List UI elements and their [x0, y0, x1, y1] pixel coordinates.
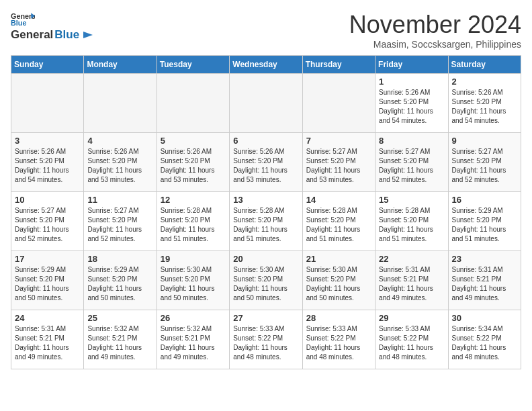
calendar-cell: 12Sunrise: 5:28 AM Sunset: 5:20 PM Dayli…: [157, 192, 229, 251]
calendar-cell: 18Sunrise: 5:29 AM Sunset: 5:20 PM Dayli…: [84, 251, 157, 310]
day-info: Sunrise: 5:26 AM Sunset: 5:20 PM Dayligh…: [15, 147, 80, 185]
weekday-header-tuesday: Tuesday: [157, 56, 229, 74]
day-number: 13: [233, 195, 298, 205]
day-info: Sunrise: 5:26 AM Sunset: 5:20 PM Dayligh…: [452, 88, 517, 126]
calendar-cell: 16Sunrise: 5:29 AM Sunset: 5:20 PM Dayli…: [448, 192, 521, 251]
calendar-cell: 1Sunrise: 5:26 AM Sunset: 5:20 PM Daylig…: [375, 74, 448, 133]
day-info: Sunrise: 5:28 AM Sunset: 5:20 PM Dayligh…: [379, 206, 444, 244]
logo-arrow-icon: [81, 29, 93, 41]
day-info: Sunrise: 5:29 AM Sunset: 5:20 PM Dayligh…: [15, 265, 80, 303]
day-info: Sunrise: 5:33 AM Sunset: 5:22 PM Dayligh…: [306, 324, 371, 362]
week-row-3: 10Sunrise: 5:27 AM Sunset: 5:20 PM Dayli…: [11, 192, 521, 251]
calendar-cell: [230, 74, 302, 133]
week-row-4: 17Sunrise: 5:29 AM Sunset: 5:20 PM Dayli…: [11, 251, 521, 310]
day-info: Sunrise: 5:31 AM Sunset: 5:21 PM Dayligh…: [379, 265, 444, 303]
day-info: Sunrise: 5:29 AM Sunset: 5:20 PM Dayligh…: [87, 265, 152, 303]
calendar-cell: 7Sunrise: 5:27 AM Sunset: 5:20 PM Daylig…: [302, 133, 375, 192]
day-number: 3: [15, 136, 80, 146]
calendar-cell: 25Sunrise: 5:32 AM Sunset: 5:21 PM Dayli…: [84, 310, 157, 369]
day-number: 4: [87, 136, 152, 146]
calendar-cell: 26Sunrise: 5:32 AM Sunset: 5:21 PM Dayli…: [157, 310, 229, 369]
day-info: Sunrise: 5:28 AM Sunset: 5:20 PM Dayligh…: [233, 206, 298, 244]
day-number: 17: [15, 254, 80, 264]
day-number: 14: [306, 195, 371, 205]
day-number: 15: [379, 195, 444, 205]
day-info: Sunrise: 5:28 AM Sunset: 5:20 PM Dayligh…: [306, 206, 371, 244]
day-number: 22: [379, 254, 444, 264]
calendar-cell: 27Sunrise: 5:33 AM Sunset: 5:22 PM Dayli…: [230, 310, 302, 369]
day-number: 26: [161, 313, 226, 323]
day-number: 24: [15, 313, 80, 323]
day-number: 27: [233, 313, 298, 323]
day-number: 23: [452, 254, 517, 264]
week-row-5: 24Sunrise: 5:31 AM Sunset: 5:21 PM Dayli…: [11, 310, 521, 369]
month-title: November 2024: [349, 11, 521, 39]
calendar-cell: [84, 74, 157, 133]
day-info: Sunrise: 5:30 AM Sunset: 5:20 PM Dayligh…: [161, 265, 226, 303]
calendar-cell: 19Sunrise: 5:30 AM Sunset: 5:20 PM Dayli…: [157, 251, 229, 310]
location: Maasim, Soccsksargen, Philippines: [349, 39, 521, 50]
calendar-table: SundayMondayTuesdayWednesdayThursdayFrid…: [11, 55, 521, 369]
weekday-header-thursday: Thursday: [302, 56, 375, 74]
day-number: 29: [379, 313, 444, 323]
day-info: Sunrise: 5:33 AM Sunset: 5:22 PM Dayligh…: [233, 324, 298, 362]
calendar-cell: 21Sunrise: 5:30 AM Sunset: 5:20 PM Dayli…: [302, 251, 375, 310]
calendar-cell: 22Sunrise: 5:31 AM Sunset: 5:21 PM Dayli…: [375, 251, 448, 310]
day-number: 5: [161, 136, 226, 146]
calendar-cell: 30Sunrise: 5:34 AM Sunset: 5:22 PM Dayli…: [448, 310, 521, 369]
calendar-cell: [157, 74, 229, 133]
day-number: 16: [452, 195, 517, 205]
weekday-header-row: SundayMondayTuesdayWednesdayThursdayFrid…: [11, 56, 521, 74]
day-info: Sunrise: 5:34 AM Sunset: 5:22 PM Dayligh…: [452, 324, 517, 362]
title-section: November 2024 Maasim, Soccsksargen, Phil…: [349, 11, 521, 50]
day-info: Sunrise: 5:28 AM Sunset: 5:20 PM Dayligh…: [161, 206, 226, 244]
day-info: Sunrise: 5:27 AM Sunset: 5:20 PM Dayligh…: [15, 206, 80, 244]
weekday-header-sunday: Sunday: [11, 56, 84, 74]
calendar-cell: 8Sunrise: 5:27 AM Sunset: 5:20 PM Daylig…: [375, 133, 448, 192]
day-number: 1: [379, 77, 444, 87]
week-row-1: 1Sunrise: 5:26 AM Sunset: 5:20 PM Daylig…: [11, 74, 521, 133]
day-number: 28: [306, 313, 371, 323]
calendar-cell: 28Sunrise: 5:33 AM Sunset: 5:22 PM Dayli…: [302, 310, 375, 369]
day-info: Sunrise: 5:31 AM Sunset: 5:21 PM Dayligh…: [452, 265, 517, 303]
day-info: Sunrise: 5:26 AM Sunset: 5:20 PM Dayligh…: [379, 88, 444, 126]
day-info: Sunrise: 5:27 AM Sunset: 5:20 PM Dayligh…: [306, 147, 371, 185]
day-info: Sunrise: 5:26 AM Sunset: 5:20 PM Dayligh…: [161, 147, 226, 185]
calendar-cell: 10Sunrise: 5:27 AM Sunset: 5:20 PM Dayli…: [11, 192, 84, 251]
day-number: 10: [15, 195, 80, 205]
page-header: General Blue General Blue November 2024 …: [11, 11, 521, 50]
day-number: 12: [161, 195, 226, 205]
calendar-cell: 15Sunrise: 5:28 AM Sunset: 5:20 PM Dayli…: [375, 192, 448, 251]
day-info: Sunrise: 5:32 AM Sunset: 5:21 PM Dayligh…: [161, 324, 226, 362]
weekday-header-wednesday: Wednesday: [230, 56, 302, 74]
calendar-cell: 29Sunrise: 5:33 AM Sunset: 5:22 PM Dayli…: [375, 310, 448, 369]
day-number: 6: [233, 136, 298, 146]
day-info: Sunrise: 5:29 AM Sunset: 5:20 PM Dayligh…: [452, 206, 517, 244]
day-info: Sunrise: 5:30 AM Sunset: 5:20 PM Dayligh…: [306, 265, 371, 303]
day-number: 30: [452, 313, 517, 323]
week-row-2: 3Sunrise: 5:26 AM Sunset: 5:20 PM Daylig…: [11, 133, 521, 192]
day-info: Sunrise: 5:27 AM Sunset: 5:20 PM Dayligh…: [379, 147, 444, 185]
calendar-cell: [302, 74, 375, 133]
calendar-cell: 5Sunrise: 5:26 AM Sunset: 5:20 PM Daylig…: [157, 133, 229, 192]
weekday-header-friday: Friday: [375, 56, 448, 74]
day-number: 25: [87, 313, 152, 323]
calendar-cell: 6Sunrise: 5:26 AM Sunset: 5:20 PM Daylig…: [230, 133, 302, 192]
day-info: Sunrise: 5:27 AM Sunset: 5:20 PM Dayligh…: [87, 206, 152, 244]
day-number: 7: [306, 136, 371, 146]
calendar-cell: 14Sunrise: 5:28 AM Sunset: 5:20 PM Dayli…: [302, 192, 375, 251]
weekday-header-saturday: Saturday: [448, 56, 521, 74]
calendar-cell: 17Sunrise: 5:29 AM Sunset: 5:20 PM Dayli…: [11, 251, 84, 310]
calendar-cell: 20Sunrise: 5:30 AM Sunset: 5:20 PM Dayli…: [230, 251, 302, 310]
calendar-cell: 13Sunrise: 5:28 AM Sunset: 5:20 PM Dayli…: [230, 192, 302, 251]
logo-blue: Blue: [54, 28, 79, 42]
calendar-cell: 23Sunrise: 5:31 AM Sunset: 5:21 PM Dayli…: [448, 251, 521, 310]
day-number: 18: [87, 254, 152, 264]
svg-marker-3: [83, 32, 93, 38]
calendar-cell: 2Sunrise: 5:26 AM Sunset: 5:20 PM Daylig…: [448, 74, 521, 133]
calendar-cell: 3Sunrise: 5:26 AM Sunset: 5:20 PM Daylig…: [11, 133, 84, 192]
logo: General Blue General Blue: [11, 11, 93, 42]
day-info: Sunrise: 5:26 AM Sunset: 5:20 PM Dayligh…: [87, 147, 152, 185]
day-number: 21: [306, 254, 371, 264]
day-number: 8: [379, 136, 444, 146]
